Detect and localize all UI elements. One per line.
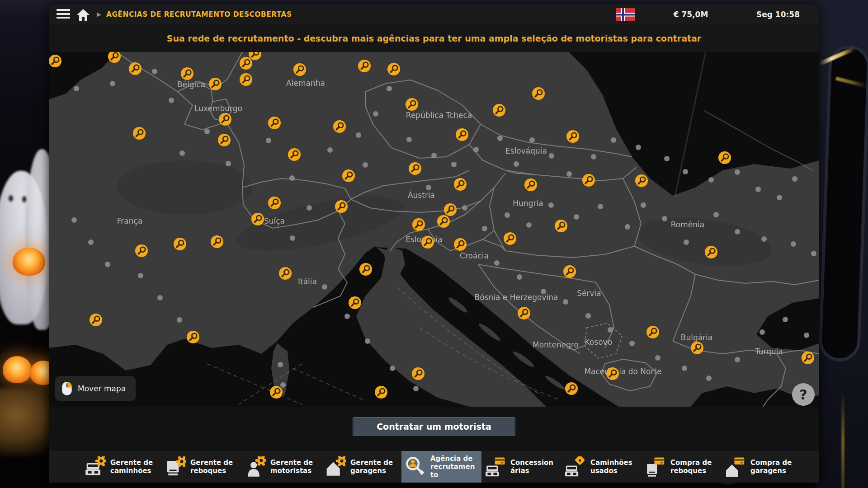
agency-pin[interactable] (293, 63, 306, 76)
agency-pin[interactable] (437, 215, 450, 228)
europe-map[interactable]: BélgicaLuxemburgoAlemanhaRepública Tchec… (49, 52, 819, 407)
agency-pin[interactable] (406, 98, 418, 111)
tab-used-trucks[interactable]: Caminhões usados (561, 451, 642, 483)
agency-pin[interactable] (493, 104, 505, 117)
agency-pin[interactable] (518, 307, 530, 319)
agency-pin[interactable] (211, 235, 223, 248)
agency-pin[interactable] (218, 134, 231, 146)
city-dot (811, 251, 816, 256)
agency-pin[interactable] (532, 87, 545, 100)
agency-pin[interactable] (133, 127, 146, 140)
tab-recruitment-agency[interactable]: Agência de recrutamento (401, 451, 481, 483)
city-dot (641, 202, 646, 208)
agency-pin[interactable] (409, 162, 421, 175)
hire-driver-button[interactable]: Contratar um motorista (353, 417, 515, 436)
tab-trailer-purchase[interactable]: Compra de reboques (642, 451, 722, 483)
pumpkin-decoration (13, 248, 45, 276)
truck-tag-icon (565, 456, 586, 477)
tab-garage-manager[interactable]: Gerente de garagens (321, 451, 401, 483)
agency-pin[interactable] (240, 57, 252, 70)
agency-pin[interactable] (129, 62, 142, 75)
agency-pin[interactable] (288, 148, 301, 161)
country-label: Croácia (460, 251, 489, 260)
city-dot (777, 195, 782, 200)
agency-pin[interactable] (49, 55, 61, 67)
truck-card-icon (485, 456, 506, 477)
country-label: Romênia (671, 220, 704, 229)
tab-driver-manager[interactable]: Gerente de motoristas (241, 451, 321, 483)
agency-pin[interactable] (635, 174, 648, 187)
agency-pin[interactable] (454, 178, 467, 191)
agency-pin[interactable] (219, 113, 231, 126)
agency-pin[interactable] (181, 67, 193, 80)
city-dot (373, 111, 378, 117)
agency-pin[interactable] (454, 238, 467, 251)
agency-pin[interactable] (456, 128, 468, 141)
agency-pin[interactable] (421, 236, 434, 249)
agency-pin[interactable] (555, 220, 567, 232)
country-label: Hungria (513, 199, 543, 208)
agency-pin[interactable] (387, 63, 400, 75)
agency-pin[interactable] (187, 331, 199, 343)
city-dot (791, 241, 796, 247)
agency-pin[interactable] (135, 244, 148, 257)
agency-pin[interactable] (412, 367, 425, 380)
city-dot (682, 366, 687, 371)
country-label: Sérvia (577, 289, 601, 298)
city-dot (497, 136, 503, 141)
recruitment-panel: ▶ AGÊNCIAS DE RECRUTAMENTO DESCOBERTAS €… (49, 5, 819, 483)
agency-pin[interactable] (251, 213, 264, 225)
city-dot (591, 154, 596, 160)
agency-pin[interactable] (270, 386, 283, 399)
agency-pin[interactable] (582, 174, 595, 187)
agency-pin[interactable] (802, 352, 814, 364)
agency-pin[interactable] (174, 238, 186, 250)
agency-pin[interactable] (333, 120, 346, 133)
agency-pin[interactable] (375, 386, 387, 399)
agency-pin[interactable] (358, 60, 371, 72)
agency-pin[interactable] (606, 367, 619, 380)
home-icon[interactable] (76, 8, 90, 22)
norway-flag-icon[interactable] (616, 8, 635, 21)
city-dot (322, 284, 327, 290)
city-dot (290, 235, 295, 241)
help-button[interactable]: ? (792, 383, 815, 406)
agency-pin[interactable] (444, 203, 457, 216)
country-label: Áustria (408, 190, 435, 200)
city-dot (179, 150, 185, 156)
agency-pin[interactable] (566, 130, 579, 143)
agency-pin[interactable] (268, 117, 281, 129)
agency-pin[interactable] (90, 314, 102, 326)
city-dot (792, 176, 797, 182)
tab-dealers[interactable]: Concessionárias (481, 451, 561, 483)
tab-truck-manager[interactable]: Gerente de caminhões (81, 451, 161, 483)
agency-pin[interactable] (412, 218, 425, 231)
city-dot (629, 341, 635, 346)
agency-pin[interactable] (504, 232, 516, 245)
city-dot (110, 81, 115, 86)
agency-pin[interactable] (279, 267, 292, 280)
agency-pin[interactable] (342, 169, 355, 182)
agency-pin[interactable] (268, 197, 281, 209)
agency-pin[interactable] (524, 178, 537, 191)
tab-garage-purchase[interactable]: Compra de garagens (722, 451, 802, 483)
agency-pin[interactable] (646, 326, 659, 338)
agency-pin[interactable] (209, 78, 222, 90)
agency-pin[interactable] (335, 200, 348, 213)
city-dot (608, 327, 613, 333)
agency-pin[interactable] (563, 265, 576, 278)
agency-pin[interactable] (349, 296, 361, 309)
city-dot (683, 169, 688, 174)
agency-pin[interactable] (565, 382, 578, 395)
tab-trailer-manager[interactable]: Gerente de reboques (161, 451, 241, 483)
agency-pin[interactable] (359, 263, 372, 276)
country-label: Bélgica (177, 80, 205, 89)
hamburger-menu-icon[interactable] (57, 9, 70, 20)
agency-pin[interactable] (718, 151, 731, 164)
tab-label: Gerente de reboques (190, 459, 238, 475)
agency-pin[interactable] (705, 246, 717, 258)
agency-pin[interactable] (240, 73, 252, 86)
city-dot (152, 69, 157, 74)
city-dot (226, 161, 231, 166)
agency-pin[interactable] (691, 342, 703, 354)
